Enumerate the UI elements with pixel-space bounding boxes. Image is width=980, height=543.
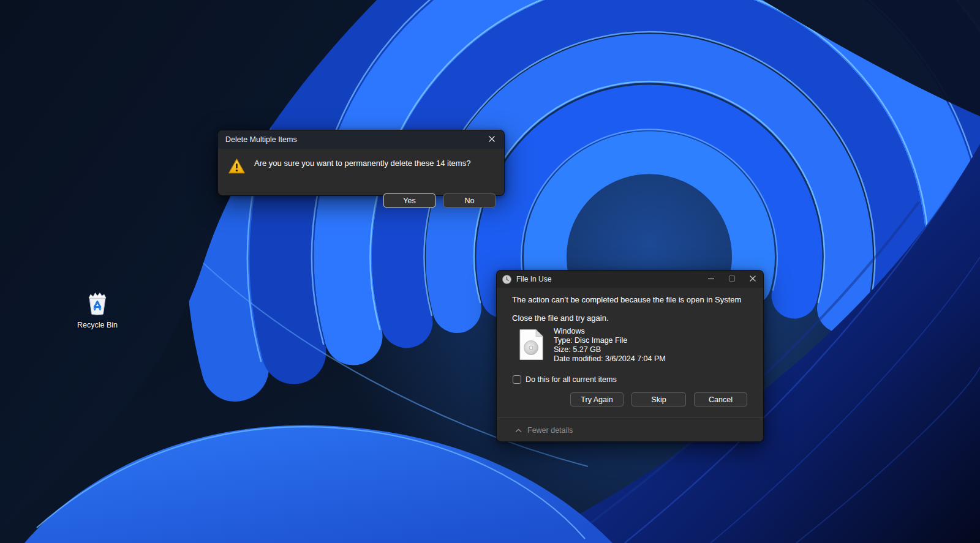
delete-dialog-titlebar: Delete Multiple Items bbox=[218, 130, 504, 149]
do-this-for-all-row: Do this for all current items bbox=[513, 375, 617, 384]
file-in-use-titlebar: File In Use bbox=[497, 271, 763, 288]
maximize-icon bbox=[728, 275, 736, 284]
delete-dialog-title: Delete Multiple Items bbox=[225, 135, 483, 144]
warning-icon bbox=[228, 158, 246, 177]
recycle-bin-desktop-icon[interactable]: Recycle Bin bbox=[72, 290, 123, 329]
minimize-button[interactable] bbox=[701, 271, 722, 287]
fewer-details-toggle[interactable]: Fewer details bbox=[515, 423, 573, 438]
disc-image-file-icon bbox=[519, 329, 544, 363]
file-type: Type: Disc Image File bbox=[554, 336, 666, 345]
file-size: Size: 5.27 GB bbox=[554, 345, 666, 354]
cancel-button[interactable]: Cancel bbox=[694, 392, 747, 406]
close-button[interactable] bbox=[483, 133, 500, 146]
file-in-use-instruction: Close the file and try again. bbox=[512, 313, 609, 323]
file-in-use-title: File In Use bbox=[516, 275, 701, 283]
close-button[interactable] bbox=[742, 271, 763, 287]
desktop-wallpaper bbox=[0, 0, 980, 543]
file-details: Windows Type: Disc Image File Size: 5.27… bbox=[554, 327, 666, 364]
do-this-for-all-checkbox[interactable] bbox=[513, 375, 521, 384]
try-again-button[interactable]: Try Again bbox=[570, 392, 624, 406]
details-separator bbox=[497, 418, 763, 418]
fewer-details-label: Fewer details bbox=[527, 426, 573, 435]
close-icon bbox=[488, 135, 496, 144]
skip-button[interactable]: Skip bbox=[631, 392, 686, 406]
do-this-for-all-label: Do this for all current items bbox=[526, 375, 617, 384]
no-button[interactable]: No bbox=[443, 193, 496, 208]
file-in-use-dialog: File In Use The action can’t be complete… bbox=[496, 270, 764, 442]
recycle-bin-icon bbox=[86, 290, 108, 318]
file-date-modified: Date modified: 3/6/2024 7:04 PM bbox=[554, 354, 666, 364]
close-icon bbox=[749, 275, 756, 284]
file-in-use-message: The action can’t be completed because th… bbox=[512, 295, 741, 304]
delete-multiple-items-dialog: Delete Multiple Items bbox=[217, 130, 505, 196]
delete-dialog-body: Are you sure you want to permanently del… bbox=[218, 149, 504, 197]
maximize-button[interactable] bbox=[722, 271, 742, 287]
chevron-up-icon bbox=[515, 429, 522, 433]
minimize-icon bbox=[707, 275, 715, 284]
clock-icon bbox=[502, 275, 511, 284]
delete-confirmation-message: Are you sure you want to permanently del… bbox=[254, 159, 470, 168]
recycle-bin-label: Recycle Bin bbox=[77, 321, 118, 329]
file-name: Windows bbox=[554, 327, 666, 336]
yes-button[interactable]: Yes bbox=[383, 193, 435, 208]
